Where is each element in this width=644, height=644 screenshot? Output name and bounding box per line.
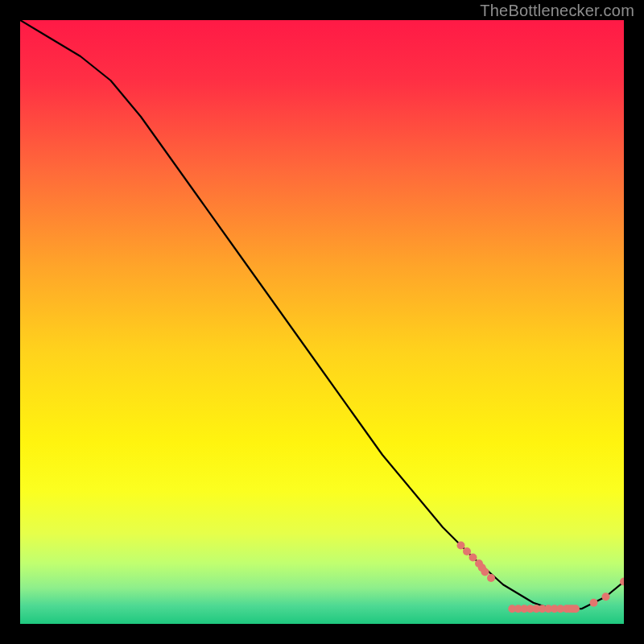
marker-point — [457, 542, 465, 550]
plot-area — [20, 20, 624, 624]
marker-point — [590, 599, 598, 607]
watermark-text: TheBottlenecker.com — [480, 2, 634, 20]
marker-point — [572, 605, 580, 613]
marker-point — [602, 592, 610, 601]
curve-overlay — [20, 20, 624, 624]
curve-line — [20, 20, 624, 609]
marker-point — [463, 547, 471, 555]
marker-point — [487, 574, 495, 582]
marker-point — [469, 554, 477, 562]
marker-group — [457, 542, 625, 613]
chart-frame: TheBottlenecker.com — [0, 0, 644, 644]
marker-point — [481, 568, 489, 576]
